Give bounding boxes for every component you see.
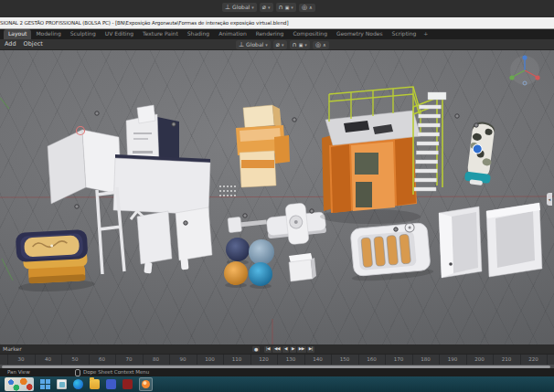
proportional-editing-toggle[interactable]: ◎ ∧ — [313, 41, 329, 49]
pivot-point-icon: ⌀ — [276, 42, 280, 48]
transform-orientation-label: Global — [232, 4, 250, 11]
ruler-tick: 80 — [153, 356, 159, 362]
snap-dropdown[interactable]: ∩ ▣ ▾ — [276, 3, 296, 12]
context-hint-label: Dope Sheet Context Menu — [83, 368, 149, 376]
sidebar-collapse-handle[interactable]: ◂ — [547, 193, 552, 206]
navigation-gizmo[interactable] — [509, 55, 539, 85]
tab-texture-paint[interactable]: Texture Paint — [138, 29, 183, 39]
ruler-tick: 120 — [259, 356, 269, 362]
previous-keyframe-button[interactable]: ◀◀ — [272, 346, 282, 353]
sphere-orange[interactable] — [224, 261, 248, 288]
pivot-point-dropdown[interactable]: ⌀ ▾ — [273, 40, 287, 49]
sphere-navy[interactable] — [226, 238, 250, 265]
tab-shading[interactable]: Shading — [183, 29, 214, 39]
sphere-blue[interactable] — [249, 262, 272, 289]
graffiti-totem-can[interactable] — [464, 121, 497, 186]
window-title: SIONAL 2 GESTÃO PROFISSIONAL (BOLSA PC) … — [0, 17, 554, 28]
tab-geometry-nodes[interactable]: Geometry Nodes — [332, 29, 388, 39]
3d-viewport[interactable]: ◂ — [0, 50, 554, 344]
ruler-tick: 110 — [232, 356, 242, 362]
ruler-tick: 30 — [18, 356, 25, 362]
blender-topbar: ⊥ Global ▾ ⌀ ▾ ∩ ▣ ▾ ◎ ∧ — [0, 0, 554, 17]
ruler-tick: 210 — [502, 356, 512, 362]
tab-compositing[interactable]: Compositing — [288, 29, 332, 39]
ruler-tick: 180 — [421, 356, 431, 362]
chevron-down-icon: ▾ — [304, 41, 307, 48]
ruler-tick: 220 — [528, 356, 538, 362]
marker-menu[interactable]: Marker — [3, 344, 22, 354]
file-explorer-icon[interactable] — [90, 379, 100, 389]
transform-orientation-dropdown[interactable]: ⊥ Global ▾ — [236, 40, 271, 49]
blender-taskbar-button-active[interactable] — [139, 377, 153, 391]
tab-sculpting[interactable]: Sculpting — [66, 29, 101, 39]
dot-grid[interactable] — [219, 185, 236, 196]
snap-target-icon: ▣ — [299, 42, 304, 48]
tab-scripting[interactable]: Scripting — [388, 29, 421, 39]
viewport-snap-controls: ⊥ Global ▾ ⌀ ▾ ∩ ▣ ▾ ◎ ∧ — [236, 40, 329, 49]
y-axis-line — [0, 98, 13, 281]
status-bar: Pan View Dope Sheet Context Menu — [0, 368, 554, 376]
angled-board-right[interactable] — [176, 207, 212, 270]
mouse-icon — [75, 369, 80, 376]
door-panel-left[interactable] — [439, 207, 482, 278]
play-reverse-button[interactable]: ◀ — [282, 346, 289, 353]
tab-modeling[interactable]: Modeling — [31, 29, 65, 39]
widgets-weather-tile[interactable] — [5, 377, 34, 391]
workspace-tabs: Layout Modeling Sculpting UV Editing Tex… — [0, 29, 554, 39]
ruler-tick: 90 — [180, 356, 186, 362]
topbar-snap-controls: ⊥ Global ▾ ⌀ ▾ ∩ ▣ ▾ ◎ ∧ — [222, 3, 315, 12]
ruler-tick: 50 — [72, 356, 79, 362]
playback-transport: |◀ ◀◀ ◀ ▶ ▶▶ ▶| — [264, 346, 314, 353]
proportional-editing-icon: ◎ — [302, 5, 307, 11]
ruler-tick: 60 — [99, 356, 105, 362]
auto-keying-toggle[interactable]: ● — [252, 346, 260, 352]
status-context-hint: Dope Sheet Context Menu — [75, 368, 149, 376]
access-icon[interactable] — [123, 379, 133, 389]
tab-uv-editing[interactable]: UV Editing — [101, 29, 138, 39]
proportional-editing-toggle[interactable]: ◎ ∧ — [299, 4, 315, 12]
door-panel-right[interactable] — [486, 203, 542, 277]
transform-orientation-dropdown[interactable]: ⊥ Global ▾ — [222, 3, 257, 12]
start-icon[interactable] — [40, 379, 50, 389]
small-open-box[interactable] — [289, 253, 316, 281]
jump-to-start-button[interactable]: |◀ — [264, 346, 272, 353]
tab-animation[interactable]: Animation — [214, 29, 251, 39]
sandwich-display-model[interactable] — [16, 229, 95, 293]
teams-icon[interactable] — [106, 379, 116, 389]
screen: ⊥ Global ▾ ⌀ ▾ ∩ ▣ ▾ ◎ ∧ SIONAL 2 GESTÃO… — [0, 0, 554, 392]
ruler-tick: 70 — [126, 356, 133, 362]
status-hint-pan-view: Pan View — [7, 368, 30, 376]
jump-to-end-button[interactable]: ▶| — [307, 346, 314, 353]
angled-board-left[interactable] — [137, 211, 172, 273]
chevron-down-icon: ▾ — [265, 41, 268, 48]
windows-taskbar — [0, 376, 554, 392]
play-button[interactable]: ▶ — [290, 346, 296, 353]
snap-dropdown[interactable]: ∩ ▣ ▾ — [290, 40, 310, 49]
tab-rendering[interactable]: Rendering — [251, 29, 289, 39]
next-keyframe-button[interactable]: ▶▶ — [297, 346, 306, 353]
pivot-point-dropdown[interactable]: ⌀ ▾ — [260, 3, 273, 12]
tab-layout[interactable]: Layout — [4, 29, 31, 39]
add-workspace-button[interactable]: + — [421, 29, 431, 39]
axis-orientation-icon: ⊥ — [225, 5, 230, 11]
orange-booth[interactable] — [320, 87, 421, 224]
stacked-crates-tower[interactable] — [236, 105, 290, 187]
add-menu[interactable]: Add — [5, 39, 16, 49]
ruler-tick: 130 — [286, 356, 296, 362]
falloff-icon: ∧ — [309, 5, 313, 11]
ruler-tick: 140 — [313, 356, 323, 362]
photos-icon[interactable] — [57, 379, 67, 389]
object-menu[interactable]: Object — [24, 39, 43, 49]
viewport-menus: Add Object — [5, 39, 43, 49]
scaffold-stairs[interactable] — [413, 92, 446, 195]
ruler-tick: 170 — [394, 356, 404, 362]
slotted-tray-panel[interactable] — [347, 221, 434, 283]
blender-icon — [142, 380, 150, 388]
snap-target-icon: ▣ — [285, 5, 290, 11]
edge-icon[interactable] — [73, 379, 83, 389]
chevron-down-icon: ▾ — [268, 4, 271, 11]
sphere-grayblue[interactable] — [249, 239, 274, 265]
timeline-ruler[interactable]: 3040506070809010011012013014015016017018… — [0, 355, 554, 365]
ruler-tick: 190 — [448, 356, 458, 362]
viewport-scene — [0, 50, 554, 344]
